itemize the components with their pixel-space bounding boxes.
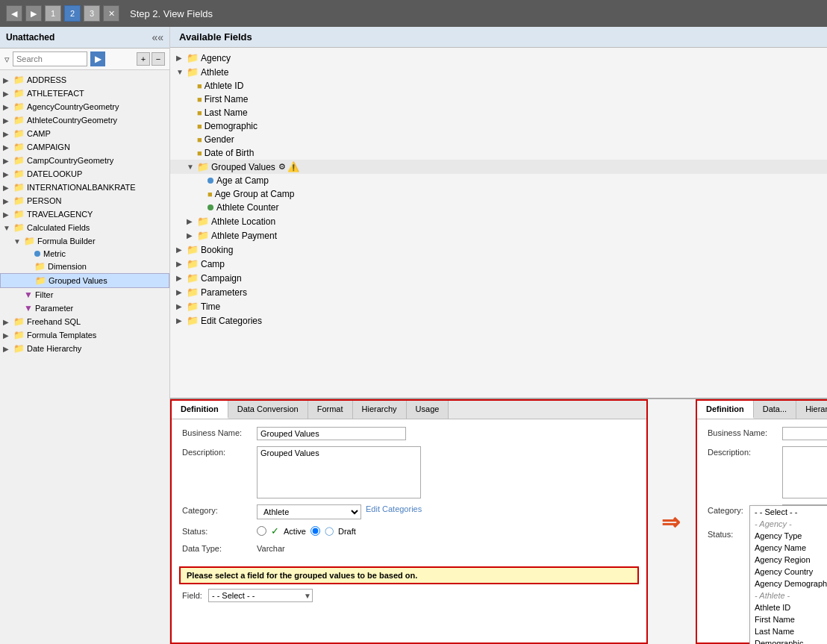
- list-item[interactable]: ▶ Metric: [0, 248, 169, 260]
- field-dropdown[interactable]: ▲ ▼ - - Select - - - Agency - Agency Typ…: [749, 505, 827, 644]
- description-textarea-left[interactable]: Grouped Values: [257, 446, 421, 498]
- field-item-parameters[interactable]: ▶ 📁 Parameters: [170, 285, 827, 299]
- field-item-dob[interactable]: ▶ ■ Date of Birth: [170, 146, 827, 160]
- nav-forward-button[interactable]: ▶: [25, 5, 42, 22]
- field-item-athlete-id[interactable]: ▶ ■ Athlete ID: [170, 79, 827, 93]
- tab-data-conversion-left[interactable]: Data Conversion: [228, 401, 308, 419]
- field-label-left: Field:: [182, 591, 202, 600]
- step-3-button[interactable]: 3: [84, 5, 100, 22]
- field-item-time[interactable]: ▶ 📁 Time: [170, 299, 827, 313]
- field-item-grouped-values[interactable]: ▼ 📁 Grouped Values ⚙ ⚠️: [170, 160, 827, 174]
- list-item[interactable]: ▶ 📁 INTERNATIONALBANKRATE: [0, 181, 169, 194]
- list-item[interactable]: ▶ 📁 Dimension: [0, 260, 169, 273]
- data-type-label: Data Type:: [182, 543, 257, 553]
- tab-format-left[interactable]: Format: [308, 401, 353, 419]
- status-radio-active[interactable]: [257, 526, 266, 536]
- list-item[interactable]: ▶ 📁 ADDRESS: [0, 73, 169, 87]
- field-item-last-name[interactable]: ▶ ■ Last Name: [170, 106, 827, 119]
- field-item-gender[interactable]: ▶ ■ Gender: [170, 133, 827, 146]
- edit-categories-link-left[interactable]: Edit Categories: [366, 504, 422, 513]
- dropdown-item-select[interactable]: - - Select - -: [750, 506, 827, 518]
- description-label-right: Description:: [708, 446, 782, 457]
- status-radio-group: ✓ Active ◯ Draft: [257, 525, 356, 537]
- grouped-values-left-item[interactable]: ▶ 📁 Grouped Values: [0, 273, 169, 288]
- dropdown-section-agency: - Agency -: [750, 518, 827, 530]
- field-item-agency[interactable]: ▶ 📁 Agency: [170, 51, 827, 65]
- arrow-container: ⇒: [648, 399, 693, 644]
- field-item-age-at-camp[interactable]: ▶ Age at Camp: [170, 174, 827, 187]
- list-item[interactable]: ▶ 📁 CampCountryGeometry: [0, 154, 169, 167]
- topbar: ◀ ▶ 1 2 3 ✕ Step 2. View Fields: [0, 0, 827, 27]
- left-panel: Unattached «« ▿ ▶ + − ▶ 📁 ADDRESS ▶ 📁 AT…: [0, 27, 170, 644]
- list-item[interactable]: ▶ 📁 Freehand SQL: [0, 315, 169, 328]
- dropdown-item-agency-demographic[interactable]: Agency Demographic: [750, 578, 827, 590]
- business-name-input-right[interactable]: [782, 427, 827, 440]
- step-2-button[interactable]: 2: [64, 5, 81, 22]
- business-name-input-left[interactable]: [257, 427, 406, 440]
- business-name-label: Business Name:: [182, 427, 257, 437]
- step-1-button[interactable]: 1: [45, 5, 61, 22]
- field-item-camp[interactable]: ▶ 📁 Camp: [170, 257, 827, 271]
- description-label: Description:: [182, 446, 257, 457]
- business-name-label-right: Business Name:: [708, 427, 782, 437]
- dropdown-item-agency-country[interactable]: Agency Country: [750, 566, 827, 578]
- field-select-left[interactable]: - - Select - -: [208, 589, 313, 602]
- collapse-icon[interactable]: ««: [152, 31, 163, 43]
- dropdown-item-athlete-id[interactable]: Athlete ID: [750, 601, 827, 613]
- search-input[interactable]: [13, 51, 87, 66]
- dropdown-item-first-name[interactable]: First Name: [750, 613, 827, 625]
- list-item[interactable]: ▶ 📁 Date Hierarchy: [0, 342, 169, 355]
- dropdown-section-athlete: - Athlete -: [750, 590, 827, 601]
- add-item-button[interactable]: +: [137, 52, 150, 66]
- remove-item-button[interactable]: −: [152, 52, 165, 66]
- field-item-booking[interactable]: ▶ 📁 Booking: [170, 243, 827, 257]
- list-item[interactable]: ▶ 📁 DATELOOKUP: [0, 167, 169, 181]
- tab-definition-left[interactable]: Definition: [172, 401, 228, 419]
- description-textarea-right[interactable]: [782, 446, 827, 498]
- list-item[interactable]: ▶ 📁 CAMP: [0, 127, 169, 140]
- field-item-athlete-payment[interactable]: ▶ 📁 Athlete Payment: [170, 228, 827, 243]
- field-note-left: Please select a field for the grouped va…: [179, 566, 639, 584]
- field-item-edit-categories[interactable]: ▶ 📁 Edit Categories: [170, 313, 827, 328]
- tab-definition-right[interactable]: Definition: [697, 401, 754, 419]
- list-item[interactable]: ▶ 📁 ATHLETEFACT: [0, 87, 169, 100]
- list-item[interactable]: ▶ 📁 Formula Templates: [0, 328, 169, 342]
- grouped-values-warning-icon[interactable]: ⚠️: [287, 161, 299, 172]
- list-item[interactable]: ▶ 📁 PERSON: [0, 194, 169, 207]
- list-item[interactable]: ▶ 📁 CAMPAIGN: [0, 140, 169, 154]
- status-radio-draft[interactable]: [310, 526, 320, 536]
- list-item[interactable]: ▶ ▼ Parameter: [0, 301, 169, 315]
- close-step-button[interactable]: ✕: [103, 5, 119, 22]
- search-go-button[interactable]: ▶: [90, 51, 105, 66]
- tab-hierarchy-left[interactable]: Hierarchy: [353, 401, 407, 419]
- dropdown-item-agency-region[interactable]: Agency Region: [750, 554, 827, 566]
- dropdown-items-container: - - Select - - - Agency - Agency Type Ag…: [750, 506, 827, 644]
- list-item[interactable]: ▶ 📁 AthleteCountryGeometry: [0, 113, 169, 127]
- list-item[interactable]: ▶ 📁 AgencyCountryGeometry: [0, 100, 169, 113]
- dropdown-item-last-name[interactable]: Last Name: [750, 625, 827, 637]
- draft-label: Draft: [338, 527, 356, 536]
- tab-data-right[interactable]: Data...: [754, 401, 796, 419]
- tab-usage-left[interactable]: Usage: [407, 401, 449, 419]
- list-item[interactable]: ▶ ▼ Filter: [0, 288, 169, 301]
- field-item-age-group[interactable]: ▶ ■ Age Group at Camp: [170, 187, 827, 201]
- dropdown-item-agency-type[interactable]: Agency Type: [750, 530, 827, 542]
- field-item-athlete-location[interactable]: ▶ 📁 Athlete Location: [170, 214, 827, 228]
- step-title: Step 2. View Fields: [130, 8, 213, 19]
- category-select-left[interactable]: Athlete: [257, 504, 361, 519]
- field-item-demographic[interactable]: ▶ ■ Demographic: [170, 119, 827, 133]
- nav-back-button[interactable]: ◀: [6, 5, 22, 22]
- grouped-values-settings-icon[interactable]: ⚙: [278, 162, 286, 172]
- dropdown-item-agency-name[interactable]: Agency Name: [750, 542, 827, 554]
- bottom-area: Definition Data Conversion Format Hierar…: [170, 398, 827, 644]
- tab-hierarchy-right[interactable]: Hierarchy: [796, 401, 827, 419]
- list-item[interactable]: ▼ 📁 Calculated Fields: [0, 221, 169, 234]
- field-item-athlete[interactable]: ▼ 📁 Athlete: [170, 65, 827, 79]
- field-item-campaign[interactable]: ▶ 📁 Campaign: [170, 271, 827, 285]
- field-item-first-name[interactable]: ▶ ■ First Name: [170, 93, 827, 106]
- dropdown-item-demographic[interactable]: Demographic: [750, 637, 827, 644]
- list-item[interactable]: ▶ 📁 TRAVELAGENCY: [0, 207, 169, 221]
- field-tree: ▶ 📁 Agency ▼ 📁 Athlete ▶ ■ Athlete ID ▶ …: [170, 48, 827, 398]
- list-item[interactable]: ▼ 📁 Formula Builder: [0, 234, 169, 248]
- field-item-athlete-counter[interactable]: ▶ Athlete Counter: [170, 201, 827, 214]
